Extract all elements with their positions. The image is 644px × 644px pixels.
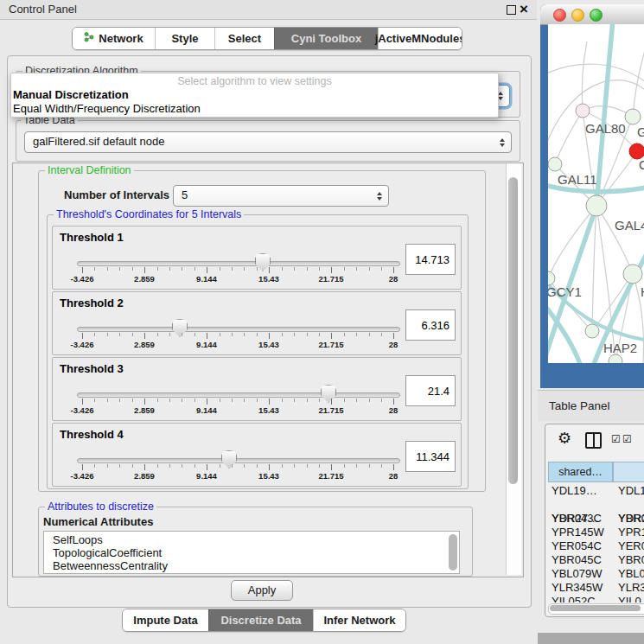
tick-label: 15.43 (258, 405, 279, 415)
tab-select[interactable]: Select (214, 28, 274, 49)
numerical-attributes-list[interactable]: SelfLoops TopologicalCoefficient Between… (43, 531, 460, 574)
cell-name: YER0 (618, 539, 644, 552)
threshold-3-value-field[interactable]: 21.4 (405, 375, 456, 406)
cell-name: YBL0 (618, 567, 644, 580)
close-button-icon[interactable] (553, 9, 566, 22)
node-gcy1[interactable] (548, 271, 555, 285)
tick-label: 2.859 (134, 471, 155, 481)
node-hap2[interactable] (585, 324, 599, 338)
table-scrollbar-thumb[interactable] (550, 605, 641, 611)
threshold-1-panel: Threshold 1 -3.426 2.859 9.144 15.43 21.… (52, 226, 462, 290)
table-row[interactable]: YLR345W YLR3 (545, 581, 644, 595)
table-row[interactable]: YIL052C YIL0 (545, 595, 644, 603)
threshold-1-slider[interactable]: -3.426 2.859 9.144 15.43 21.715 28 (53, 249, 461, 287)
tab-style[interactable]: Style (155, 28, 214, 49)
tick-label: -3.426 (71, 405, 94, 415)
tab-cyni-toolbox-label: Cyni Toolbox (291, 28, 361, 49)
table-row[interactable]: YDL19… YDL1 (545, 484, 644, 498)
column-header-name[interactable]: n (613, 462, 644, 482)
tick-label: 9.144 (196, 405, 217, 415)
tab-network[interactable]: Network (73, 28, 155, 49)
list-item[interactable]: TopologicalCoefficient (44, 546, 459, 559)
combobox-stepper-icon (377, 192, 382, 201)
float-window-icon[interactable] (507, 5, 516, 15)
tab-impute-data-label: Impute Data (133, 609, 197, 631)
table-row[interactable]: YBR045C YBR0 (545, 553, 644, 567)
list-scrollbar-thumb[interactable] (449, 534, 457, 571)
node-gal80[interactable] (576, 104, 590, 118)
algorithm-dropdown-popup: Select algorithm to view settings Manual… (10, 73, 499, 118)
tab-infer-network[interactable]: Infer Network (313, 609, 405, 631)
application-window: Control Panel × Network Style Select (0, 0, 644, 644)
thresholds-group-title: Threshold's Coordinates for 5 Intervals (54, 208, 244, 220)
tick-label: 21.715 (318, 405, 343, 415)
slider-ticks (82, 333, 394, 336)
interval-definition-group-title: Interval Definition (45, 164, 134, 176)
gear-icon[interactable]: ⚙ (558, 430, 571, 446)
tick-label: 21.715 (318, 274, 343, 284)
combobox-stepper-icon (500, 138, 505, 147)
threshold-4-slider[interactable]: -3.426 2.859 9.144 15.43 21.715 28 (53, 446, 461, 484)
network-view-window: GAL80 GA C GAL11 GAL4 GCY1 H HAP2 (540, 4, 644, 388)
list-item[interactable]: BetweennessCentrality (44, 559, 459, 572)
threshold-4-value-field[interactable]: 11.344 (405, 441, 456, 472)
popup-option-manual-discretization[interactable]: Manual Discretization (13, 88, 129, 102)
slider-track[interactable] (77, 261, 400, 266)
number-of-intervals-value: 5 (174, 186, 388, 204)
node-label-gal11: GAL11 (558, 172, 597, 187)
tab-jactivemnodules[interactable]: jActiveMNodules (378, 28, 462, 49)
threshold-2-panel: Threshold 2 -3.426 2.859 9.144 15.43 21.… (52, 291, 462, 355)
checkbox-select-all-icon[interactable]: ☑ (622, 434, 632, 444)
popup-option-equal-width-frequency[interactable]: Equal Width/Frequency Discretization (13, 102, 201, 116)
node-gal11[interactable] (548, 157, 562, 171)
threshold-2-value-field[interactable]: 6.316 (405, 309, 456, 341)
slider-track[interactable] (77, 392, 400, 398)
tick-label: 15.43 (258, 274, 279, 284)
cell-shared-name: YER054C (552, 539, 602, 552)
close-icon[interactable]: × (520, 0, 528, 19)
table-row[interactable]: YPR145W YPR1 (545, 526, 644, 539)
tab-discretize-data[interactable]: Discretize Data (208, 609, 313, 631)
node-bottom[interactable] (609, 354, 622, 363)
number-of-intervals-combobox[interactable]: 5 (173, 185, 389, 207)
minimize-button-icon[interactable] (571, 9, 584, 22)
network-window-titlebar[interactable] (540, 4, 644, 25)
node-gal4[interactable] (586, 195, 607, 216)
tab-impute-data[interactable]: Impute Data (123, 609, 208, 631)
column-header-shared[interactable]: shared… (548, 462, 613, 482)
threshold-4-label: Threshold 4 (60, 428, 124, 441)
checkbox-select-icon[interactable]: ☑ (611, 434, 621, 444)
node-h[interactable] (623, 265, 642, 284)
node-ga[interactable] (625, 109, 641, 124)
threshold-1-value-field[interactable]: 14.713 (405, 244, 456, 275)
bottom-tabbar: Impute Data Discretize Data Infer Networ… (122, 609, 406, 632)
threshold-2-slider[interactable]: -3.426 2.859 9.144 15.43 21.715 28 (53, 315, 461, 353)
table-row[interactable]: YBR043C YBR0 (545, 512, 644, 526)
split-columns-icon[interactable] (585, 432, 602, 449)
table-row[interactable]: YER054C YER0 (545, 539, 644, 553)
table-row[interactable]: YBL079W YBL0 (545, 567, 644, 581)
apply-button[interactable]: Apply (231, 580, 293, 601)
tab-select-label: Select (228, 28, 261, 49)
tick-label: -3.426 (71, 340, 94, 349)
tick-label: 15.43 (258, 471, 279, 481)
tick-label: 21.715 (318, 471, 343, 481)
slider-track[interactable] (77, 458, 400, 463)
network-edges-teal (548, 24, 644, 363)
table-row[interactable]: YDR27… YDR2 (545, 498, 644, 512)
table-data-combobox[interactable]: galFiltered.sif default node (24, 131, 512, 153)
tab-jactivemnodules-label: jActiveMNodules (375, 28, 462, 49)
numerical-attributes-heading: Numerical Attributes (43, 515, 153, 528)
tick-label: 2.859 (134, 405, 155, 415)
node-label-c: C (639, 157, 644, 172)
node-label-gal80: GAL80 (585, 121, 626, 136)
tick-label: 2.859 (134, 274, 155, 284)
tab-cyni-toolbox[interactable]: Cyni Toolbox (274, 28, 378, 49)
slider-track[interactable] (77, 327, 400, 332)
settings-scrollbar-thumb[interactable] (508, 177, 518, 484)
network-canvas[interactable]: GAL80 GA C GAL11 GAL4 GCY1 H HAP2 (548, 24, 644, 363)
list-item[interactable]: SelfLoops (44, 532, 459, 546)
zoom-button-icon[interactable] (590, 9, 603, 22)
threshold-3-slider[interactable]: -3.426 2.859 9.144 15.43 21.715 28 (53, 380, 461, 418)
cell-name: YBR0 (618, 553, 644, 566)
